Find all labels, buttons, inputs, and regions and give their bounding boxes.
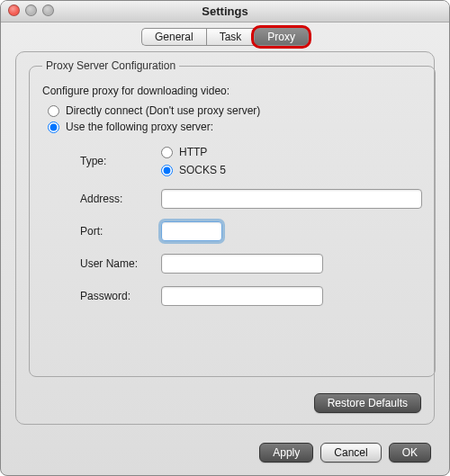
- tab-segment: General Task Proxy: [141, 28, 309, 46]
- restore-defaults-button[interactable]: Restore Defaults: [314, 393, 421, 413]
- cancel-button[interactable]: Cancel: [320, 443, 381, 463]
- ok-button[interactable]: OK: [389, 443, 431, 463]
- type-label: Type:: [80, 155, 154, 167]
- password-input[interactable]: [161, 286, 323, 306]
- address-input[interactable]: [161, 189, 422, 209]
- minimize-icon[interactable]: [25, 4, 37, 16]
- zoom-icon[interactable]: [42, 4, 54, 16]
- tab-general[interactable]: General: [141, 28, 206, 46]
- type-http-row[interactable]: HTTP: [161, 146, 422, 158]
- group-legend: Proxy Server Configuration: [42, 59, 179, 72]
- settings-panel: Proxy Server Configuration Configure pro…: [15, 51, 435, 425]
- type-socks5-row[interactable]: SOCKS 5: [161, 164, 422, 176]
- mode-use-label: Use the following proxy server:: [66, 121, 213, 133]
- titlebar: Settings: [1, 1, 449, 22]
- mode-use-row[interactable]: Use the following proxy server:: [48, 121, 422, 133]
- window-title: Settings: [1, 1, 449, 22]
- tab-proxy[interactable]: Proxy: [254, 28, 309, 46]
- proxy-group: Proxy Server Configuration Configure pro…: [29, 59, 436, 377]
- proxy-form: Type: HTTP SOCKS 5 Address:: [80, 146, 422, 306]
- tab-task[interactable]: Task: [206, 28, 255, 46]
- close-icon[interactable]: [8, 4, 20, 16]
- type-http-radio[interactable]: [161, 147, 173, 158]
- mode-use-radio[interactable]: [48, 121, 59, 133]
- apply-button[interactable]: Apply: [259, 443, 313, 463]
- window-controls: [8, 4, 54, 16]
- dialog-footer: Apply Cancel OK: [259, 443, 431, 463]
- type-socks5-radio[interactable]: [161, 165, 173, 176]
- settings-window: Settings General Task Proxy Proxy Server…: [0, 0, 450, 476]
- mode-direct-label: Directly connect (Don't use proxy server…: [66, 104, 260, 117]
- address-label: Address:: [80, 193, 154, 205]
- group-description: Configure proxy for downloading video:: [42, 85, 422, 97]
- port-input[interactable]: [161, 221, 222, 241]
- mode-direct-radio[interactable]: [48, 105, 59, 117]
- type-http-label: HTTP: [179, 146, 207, 158]
- tabstrip: General Task Proxy: [1, 28, 449, 46]
- port-label: Port:: [80, 225, 154, 238]
- password-label: Password:: [80, 290, 154, 302]
- mode-direct-row[interactable]: Directly connect (Don't use proxy server…: [48, 104, 422, 117]
- username-input[interactable]: [161, 254, 323, 274]
- username-label: User Name:: [80, 257, 154, 270]
- type-socks5-label: SOCKS 5: [179, 164, 226, 176]
